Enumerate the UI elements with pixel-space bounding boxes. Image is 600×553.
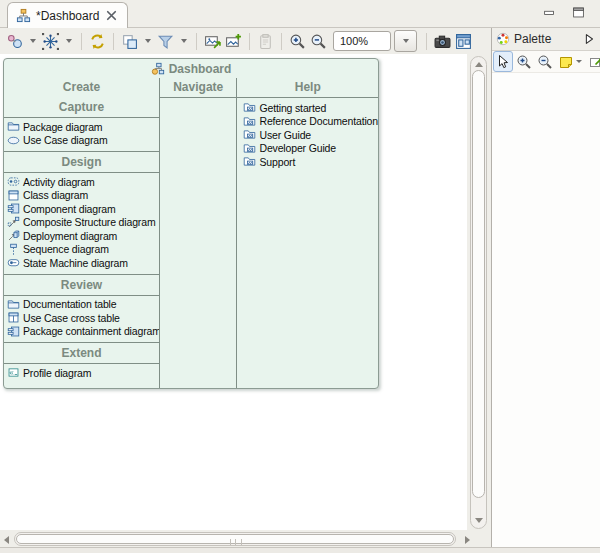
dashboard-item-sequence-diagram[interactable]: Sequence diagram bbox=[4, 243, 159, 257]
dashboard-item-activity-diagram[interactable]: Activity diagram bbox=[4, 175, 159, 189]
dashboard-item-component-diagram[interactable]: Component diagram bbox=[4, 202, 159, 216]
note-tool-button[interactable] bbox=[556, 51, 585, 72]
profile-diagram-icon bbox=[7, 366, 20, 379]
dashboard-item-class-diagram[interactable]: Class diagram bbox=[4, 189, 159, 203]
vertical-scrollbar-thumb[interactable] bbox=[472, 70, 485, 498]
papyrus-editor-window: *Dashboard 100% Dashboard Create Capture… bbox=[0, 0, 600, 553]
shortcut-tool-button[interactable] bbox=[586, 51, 600, 72]
deployment-diagram-icon bbox=[7, 229, 20, 242]
toolbar-separator bbox=[281, 33, 282, 50]
usecase-cross-table-icon bbox=[7, 311, 20, 324]
window-bottom-edge bbox=[0, 547, 600, 553]
scroll-down-arrow-icon[interactable] bbox=[475, 518, 483, 523]
palette-collapse-icon[interactable] bbox=[582, 32, 596, 46]
palette-icon bbox=[496, 32, 510, 46]
minimize-view-button[interactable] bbox=[542, 6, 557, 19]
zoom-in-button[interactable] bbox=[514, 51, 534, 72]
dashboard-item-label: Support bbox=[259, 156, 295, 168]
connections-button[interactable] bbox=[40, 30, 61, 52]
dashboard-item-support[interactable]: Support bbox=[240, 155, 378, 169]
add-image-button[interactable] bbox=[223, 30, 244, 52]
palette-title: Palette bbox=[514, 32, 578, 46]
maximize-view-button[interactable] bbox=[571, 6, 586, 19]
dashboard-item-label: Deployment diagram bbox=[23, 230, 117, 242]
zoom-out-icon bbox=[310, 33, 327, 50]
palette-panel: Palette bbox=[491, 28, 600, 547]
zoom-out-button[interactable] bbox=[535, 51, 555, 72]
toolbar-separator bbox=[249, 33, 250, 50]
paste-button bbox=[255, 30, 276, 52]
scroll-right-arrow-icon[interactable] bbox=[465, 536, 470, 544]
documentation-table-icon bbox=[7, 298, 20, 311]
export-image-button[interactable] bbox=[202, 30, 223, 52]
horizontal-scrollbar-thumb[interactable] bbox=[16, 534, 454, 544]
scrollbar-grip bbox=[230, 539, 242, 545]
dashboard-column-help: Help Getting startedReference Documentat… bbox=[236, 78, 378, 388]
help-doc-icon bbox=[243, 142, 256, 155]
shapes-icon bbox=[6, 33, 23, 50]
dashboard-item-label: Composite Structure diagram bbox=[23, 216, 156, 228]
dashboard-item-use-case-diagram[interactable]: Use Case diagram bbox=[4, 134, 159, 148]
dropdown-chevron-icon[interactable] bbox=[30, 39, 36, 43]
copy-appearance-button[interactable] bbox=[119, 30, 140, 52]
tab-close-icon[interactable] bbox=[104, 8, 119, 23]
dashboard-item-label: User Guide bbox=[259, 129, 311, 141]
arrange-icon bbox=[455, 33, 472, 50]
dashboard-item-composite-structure-diagram[interactable]: Composite Structure diagram bbox=[4, 216, 159, 230]
dropdown-chevron-icon[interactable] bbox=[181, 39, 187, 43]
diagram-canvas[interactable]: Dashboard Create CapturePackage diagramU… bbox=[0, 54, 467, 530]
activity-diagram-icon bbox=[7, 175, 20, 188]
section-header-design: Design bbox=[4, 152, 159, 172]
note-tool-icon bbox=[558, 54, 574, 70]
dashboard-item-getting-started[interactable]: Getting started bbox=[240, 101, 378, 115]
snapshot-button[interactable] bbox=[432, 30, 453, 52]
tab-dashboard[interactable]: *Dashboard bbox=[7, 2, 128, 28]
dashboard-item-label: Use Case diagram bbox=[23, 134, 108, 146]
sync-button[interactable] bbox=[87, 30, 108, 52]
shapes-button[interactable] bbox=[4, 30, 25, 52]
dashboard-item-package-containment-diagram[interactable]: Package containment diagram bbox=[4, 325, 159, 339]
dashboard-panel: Dashboard Create CapturePackage diagramU… bbox=[3, 58, 379, 389]
dropdown-chevron-icon[interactable] bbox=[66, 39, 72, 43]
vertical-scrollbar-track[interactable] bbox=[470, 56, 487, 529]
dashboard-item-reference-documentation[interactable]: Reference Documentation bbox=[240, 115, 378, 129]
palette-toolbar bbox=[492, 51, 600, 73]
filter-button[interactable] bbox=[155, 30, 176, 52]
zoom-in-icon bbox=[516, 54, 532, 70]
zoom-level-value[interactable]: 100% bbox=[333, 31, 391, 51]
dropdown-chevron-icon[interactable] bbox=[145, 39, 151, 43]
dashboard-item-label: Sequence diagram bbox=[23, 243, 109, 255]
dashboard-item-state-machine-diagram[interactable]: State Machine diagram bbox=[4, 256, 159, 270]
toolbar-separator bbox=[426, 33, 427, 50]
horizontal-scrollbar[interactable] bbox=[1, 531, 473, 547]
dashboard-item-documentation-table[interactable]: Documentation table bbox=[4, 298, 159, 312]
scroll-up-arrow-icon[interactable] bbox=[475, 62, 483, 67]
dashboard-item-use-case-cross-table[interactable]: Use Case cross table bbox=[4, 311, 159, 325]
scroll-left-arrow-icon[interactable] bbox=[4, 536, 9, 544]
zoom-out-button[interactable] bbox=[308, 30, 329, 52]
dashboard-item-profile-diagram[interactable]: Profile diagram bbox=[4, 366, 159, 380]
column-header-navigate: Navigate bbox=[160, 78, 236, 98]
snapshot-icon bbox=[434, 33, 451, 50]
dashboard-title-label: Dashboard bbox=[169, 62, 232, 76]
toolbar-separator bbox=[196, 33, 197, 50]
composite-structure-diagram-icon bbox=[7, 216, 20, 229]
dashboard-item-package-diagram[interactable]: Package diagram bbox=[4, 120, 159, 134]
palette-header[interactable]: Palette bbox=[492, 28, 600, 51]
paste-icon bbox=[257, 33, 274, 50]
arrange-button[interactable] bbox=[453, 30, 474, 52]
vertical-scrollbar[interactable] bbox=[467, 55, 490, 530]
dashboard-item-label: Package containment diagram bbox=[23, 325, 159, 337]
zoom-combo-dropdown-button[interactable] bbox=[394, 30, 417, 52]
dashboard-item-developer-guide[interactable]: Developer Guide bbox=[240, 142, 378, 156]
dashboard-item-label: Component diagram bbox=[23, 203, 116, 215]
dashboard-item-deployment-diagram[interactable]: Deployment diagram bbox=[4, 229, 159, 243]
dashboard-item-user-guide[interactable]: User Guide bbox=[240, 128, 378, 142]
dashboard-tab-icon bbox=[16, 8, 31, 23]
filter-icon bbox=[157, 33, 174, 50]
zoom-in-icon bbox=[289, 33, 306, 50]
zoom-in-button[interactable] bbox=[287, 30, 308, 52]
dropdown-chevron-icon[interactable] bbox=[576, 60, 582, 63]
select-tool-button[interactable] bbox=[493, 51, 513, 72]
horizontal-scrollbar-track[interactable] bbox=[14, 532, 456, 546]
